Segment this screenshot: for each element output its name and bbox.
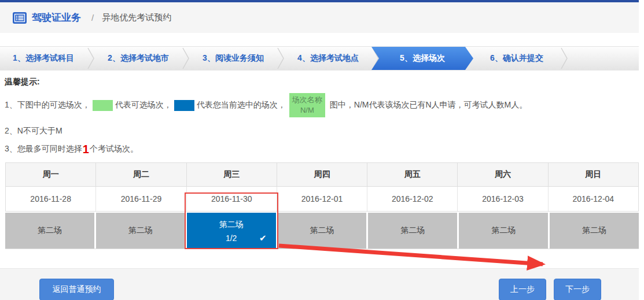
weekday-header: 周一: [6, 163, 96, 186]
weekday-header: 周六: [458, 163, 548, 186]
slot-count: 1/2: [226, 232, 237, 244]
back-to-normal-booking-button[interactable]: 返回普通预约: [39, 279, 114, 300]
breadcrumb-separator: /: [91, 13, 94, 23]
tab-step-4[interactable]: 4、选择考试地点: [285, 47, 371, 70]
list-icon: [13, 12, 27, 24]
tip1-text-4: 图中，N/M代表该场次已有N人申请，可考试人数M人。: [330, 100, 527, 110]
tab-step-3[interactable]: 3、阅读业务须知: [190, 47, 277, 70]
slot-legend-name: 场次名称: [292, 95, 322, 105]
weekday-header: 周二: [96, 163, 186, 186]
step-tabs: 1、选择考试科目 2、选择考试地市 3、阅读业务须知 4、选择考试地点 5、选择…: [0, 46, 639, 71]
tip-line-2: 2、N不可大于M: [5, 126, 639, 136]
tab-step-5-active[interactable]: 5、选择场次: [371, 47, 473, 70]
chevron-separator-icon: [182, 47, 190, 70]
content-area: 温馨提示: 1、下图中的可选场次， 代表可选场次， 代表您当前选中的场次， 场次…: [0, 71, 639, 249]
chevron-separator-icon: [560, 47, 568, 70]
date-cell: 2016-11-29: [96, 187, 186, 211]
weekday-header-row: 周一 周二 周三 周四 周五 周六 周日: [5, 162, 639, 187]
tip3-prefix: 3、您最多可同时选择: [5, 144, 82, 154]
tips-title: 温馨提示:: [5, 77, 639, 87]
date-cell: 2016-11-28: [6, 187, 96, 211]
slot-legend-ratio: N/M: [300, 105, 314, 116]
chevron-separator-icon: [277, 47, 285, 70]
schedule-table: 周一 周二 周三 周四 周五 周六 周日 2016-11-28 2016-11-…: [5, 162, 639, 249]
slot-legend-box: 场次名称 N/M: [289, 93, 325, 117]
tip1-text-2: 代表可选场次，: [115, 100, 172, 110]
slot-cell[interactable]: 第二场: [278, 213, 367, 249]
breadcrumb-root[interactable]: 驾驶证业务: [32, 11, 81, 24]
available-slot-swatch: [93, 100, 113, 111]
weekday-header: 周五: [367, 163, 458, 186]
weekday-header: 周三: [187, 163, 277, 186]
slot-cell[interactable]: 第二场: [368, 213, 457, 249]
chevron-separator-icon: [87, 47, 95, 70]
tip1-text-1: 1、下图中的可选场次，: [5, 100, 90, 110]
tab-step-6[interactable]: 6、确认并提交: [473, 47, 560, 70]
date-cell: 2016-12-03: [458, 187, 548, 211]
tab-step-2[interactable]: 2、选择考试地市: [95, 47, 182, 70]
date-cell: 2016-12-02: [367, 187, 458, 211]
slot-name: 第二场: [219, 218, 244, 230]
slot-cell-selected[interactable]: 第二场 1/2 ✔: [187, 213, 276, 249]
tip3-suffix: 个考试场次。: [90, 144, 138, 154]
footer-bar: 返回普通预约 上一步 下一步: [0, 268, 639, 300]
tip1-text-3: 代表您当前选中的场次，: [197, 100, 286, 110]
date-cell: 2016-11-30: [187, 187, 277, 211]
previous-step-button[interactable]: 上一步: [499, 279, 546, 300]
date-cell: 2016-12-04: [549, 187, 638, 211]
weekday-header: 周四: [277, 163, 367, 186]
date-cell: 2016-12-01: [277, 187, 367, 211]
page-header: 驾驶证业务 / 异地优先考试预约: [0, 2, 639, 33]
slot-cell[interactable]: 第二场: [550, 213, 639, 249]
slot-cell[interactable]: 第二场: [459, 213, 548, 249]
tip-line-3: 3、您最多可同时选择 1 个考试场次。: [5, 144, 639, 154]
check-icon: ✔: [259, 233, 267, 243]
selected-slot-swatch: [174, 100, 194, 111]
exam-booking-page: 驾驶证业务 / 异地优先考试预约 1、选择考试科目 2、选择考试地市 3、阅读业…: [0, 0, 644, 300]
tip-line-1: 1、下图中的可选场次， 代表可选场次， 代表您当前选中的场次， 场次名称 N/M…: [5, 92, 639, 118]
date-row: 2016-11-28 2016-11-29 2016-11-30 2016-12…: [5, 187, 639, 212]
next-step-button[interactable]: 下一步: [554, 279, 601, 300]
slot-row: 第二场 第二场 第二场 1/2 ✔ 第二场 第二场 第二场 第二场: [5, 213, 639, 249]
max-select-count: 1: [82, 145, 90, 153]
weekday-header: 周日: [549, 163, 638, 186]
tab-step-1[interactable]: 1、选择考试科目: [0, 47, 87, 70]
slot-cell[interactable]: 第二场: [96, 213, 185, 249]
breadcrumb-current: 异地优先考试预约: [102, 12, 171, 23]
slot-cell[interactable]: 第二场: [5, 213, 94, 249]
